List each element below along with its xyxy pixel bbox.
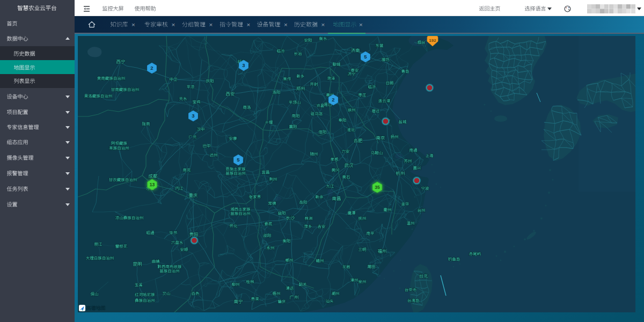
svg-text:192: 192 bbox=[429, 38, 436, 43]
svg-text:2: 2 bbox=[332, 97, 334, 103]
svg-text:13: 13 bbox=[150, 182, 155, 187]
svg-text:3: 3 bbox=[192, 113, 194, 119]
svg-text:2: 2 bbox=[150, 65, 153, 71]
svg-text:5: 5 bbox=[364, 54, 367, 60]
svg-text:5: 5 bbox=[237, 157, 240, 163]
svg-text:3: 3 bbox=[242, 62, 245, 68]
svg-text:35: 35 bbox=[375, 185, 380, 190]
